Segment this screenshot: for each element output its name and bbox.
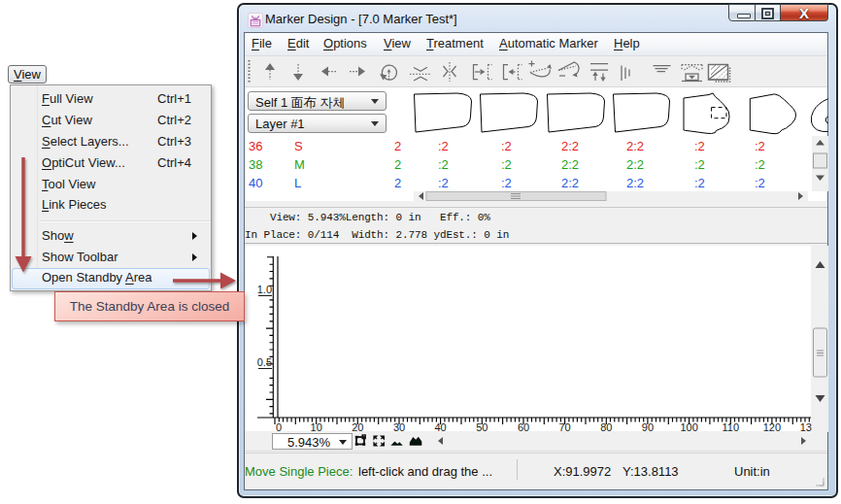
svg-text:1.0: 1.0	[257, 284, 272, 295]
svg-text:0.5: 0.5	[257, 356, 272, 368]
